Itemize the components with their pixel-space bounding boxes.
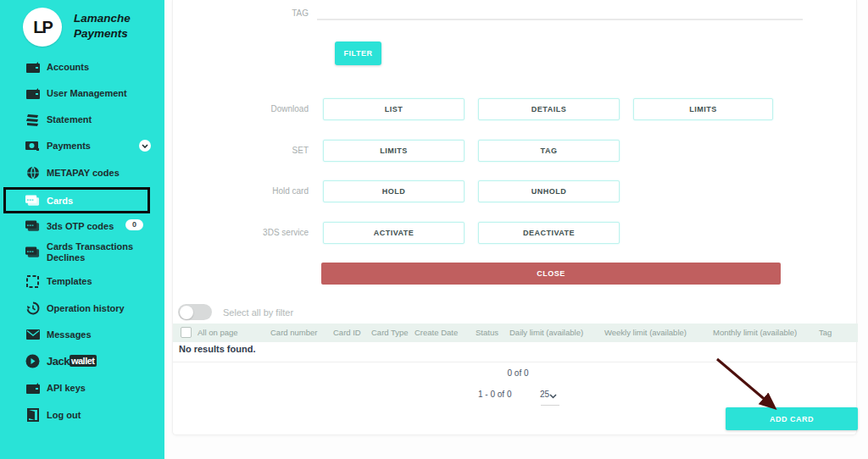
column-header-card-type[interactable]: Card Type — [371, 328, 409, 337]
pagination-count: 0 of 0 — [484, 368, 552, 378]
page-size-select[interactable]: 25 — [540, 390, 557, 399]
logo-initials: LP — [33, 18, 52, 37]
add-card-button[interactable]: ADD CARD — [726, 407, 858, 430]
sidebar-item-statement[interactable]: Statement — [0, 111, 164, 128]
pagination-range: 1 - 0 of 0 — [478, 390, 511, 399]
deactivate-button[interactable]: DEACTIVATE — [478, 222, 620, 244]
column-header-card-number[interactable]: Card number — [270, 328, 317, 337]
column-header-monthly-limit[interactable]: Monthly limit (available) — [713, 328, 797, 337]
download-row-label: Download — [173, 98, 309, 120]
sidebar-item-messages[interactable]: Messages — [0, 326, 164, 343]
unhold-button[interactable]: UNHOLD — [478, 180, 620, 202]
page-size-underline — [541, 405, 559, 406]
column-header-daily-limit[interactable]: Daily limit (available) — [509, 328, 583, 337]
cards-icon — [25, 219, 40, 234]
logout-door-icon — [25, 408, 40, 423]
sidebar-item-cards-transactions-declines[interactable]: Cards Transactions Declines — [0, 240, 164, 265]
cards-icon — [25, 246, 40, 260]
tag-input[interactable] — [317, 2, 803, 20]
column-header-status[interactable]: Status — [476, 328, 498, 337]
wallet-icon — [25, 60, 40, 75]
globe-icon — [25, 166, 40, 180]
sidebar-item-api-keys[interactable]: API keys — [0, 379, 164, 396]
sidebar-item-accounts[interactable]: Accounts — [0, 58, 164, 75]
column-header-weekly-limit[interactable]: Weekly limit (available) — [604, 328, 687, 337]
statement-icon — [25, 113, 40, 127]
sidebar-item-3ds-otp-codes[interactable]: 3ds OTP codes 0 — [0, 218, 164, 235]
status-badge: 0 — [125, 219, 143, 230]
sidebar-item-cards[interactable]: Cards — [0, 192, 164, 209]
jackwallet-logo: Jackwallet — [47, 355, 97, 368]
hold-card-row-label: Hold card — [173, 180, 309, 202]
filter-button[interactable]: FILTER — [335, 41, 381, 65]
chevron-down-icon[interactable] — [139, 140, 151, 152]
download-limits-button[interactable]: LIMITS — [633, 98, 773, 120]
app-window: LP Lamanche Payments Accounts User Manag… — [0, 0, 868, 459]
set-limits-button[interactable]: LIMITS — [323, 140, 465, 162]
empty-results-message: No results found. — [179, 344, 255, 354]
table-header-row: All on page Card number Card ID Card Typ… — [173, 324, 858, 342]
banknote-icon — [25, 139, 40, 153]
history-icon — [25, 301, 40, 316]
sidebar: LP Lamanche Payments Accounts User Manag… — [0, 0, 164, 459]
sidebar-item-user-management[interactable]: User Management — [0, 85, 164, 102]
cards-icon — [25, 194, 40, 208]
sidebar-item-payments[interactable]: Payments — [0, 137, 164, 154]
wallet-icon — [25, 86, 40, 101]
3ds-service-row-label: 3DS service — [173, 222, 309, 244]
set-tag-button[interactable]: TAG — [478, 140, 620, 162]
tag-field-label: TAG — [173, 8, 309, 18]
close-button[interactable]: CLOSE — [321, 263, 781, 285]
cards-panel: TAG FILTER Download LIST DETAILS LIMITS … — [172, 0, 857, 435]
column-header-all-on-page[interactable]: All on page — [198, 328, 238, 337]
set-row-label: SET — [173, 140, 309, 162]
sidebar-item-templates[interactable]: Templates — [0, 273, 164, 290]
sidebar-item-jackwallet[interactable]: Jackwallet — [0, 352, 164, 369]
brand-logo: LP — [23, 8, 62, 47]
hold-button[interactable]: HOLD — [323, 180, 465, 202]
download-list-button[interactable]: LIST — [323, 98, 465, 120]
play-icon — [25, 354, 40, 368]
select-all-by-filter-toggle[interactable] — [178, 304, 212, 320]
sidebar-item-operation-history[interactable]: Operation history — [0, 300, 164, 317]
all-on-page-checkbox[interactable] — [181, 327, 192, 338]
wallet-icon — [25, 381, 40, 395]
select-all-by-filter-label: Select all by filter — [223, 307, 293, 318]
table-footer-divider — [173, 362, 858, 362]
column-header-card-id[interactable]: Card ID — [333, 328, 361, 337]
envelope-icon — [25, 328, 40, 342]
download-details-button[interactable]: DETAILS — [478, 98, 620, 120]
chevron-down-icon — [549, 394, 557, 399]
column-header-tag[interactable]: Tag — [819, 328, 832, 337]
sidebar-item-log-out[interactable]: Log out — [0, 406, 164, 423]
templates-icon — [25, 274, 40, 289]
activate-button[interactable]: ACTIVATE — [323, 222, 465, 244]
toggle-knob — [180, 306, 193, 319]
brand-name: Lamanche Payments — [74, 11, 131, 41]
column-header-create-date[interactable]: Create Date — [415, 328, 458, 337]
sidebar-item-metapay-codes[interactable]: METAPAY codes — [0, 164, 164, 181]
